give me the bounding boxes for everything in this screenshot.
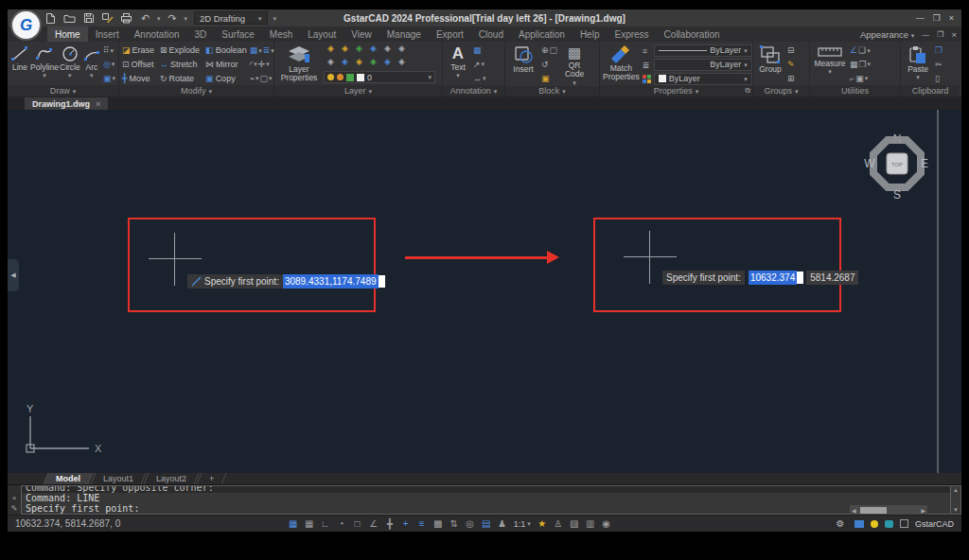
tab-layout2[interactable]: Layout2 — [144, 473, 200, 484]
3d-object-snap-toggle[interactable]: ╋ — [382, 516, 397, 532]
dynamic-input-value-left[interactable]: 3089.4331,1174.7489 — [283, 274, 379, 289]
align-icon[interactable]: ≣ — [263, 45, 271, 55]
explode-button[interactable]: ⊠Explode — [160, 45, 200, 55]
workspace-selector[interactable]: 2D Drafting ▾ — [194, 11, 268, 25]
print-button[interactable] — [119, 11, 133, 25]
move-button[interactable]: ╋Move — [122, 74, 154, 83]
linetype-dropdown[interactable]: ByLayer ▾ — [654, 44, 752, 57]
auto-annotation-scale-toggle[interactable]: ★ — [535, 516, 550, 532]
line-button[interactable]: Line — [10, 44, 29, 85]
ribbon-tab-surface[interactable]: Surface — [214, 26, 261, 42]
restore-button[interactable]: ❐ — [933, 13, 941, 23]
donut-icon[interactable]: ◎ — [103, 60, 111, 69]
selection-cycling-toggle[interactable]: ⇅ — [447, 516, 462, 532]
point-style-icon[interactable]: ⠿ — [103, 45, 110, 55]
ribbon-tab-layout[interactable]: Layout — [300, 26, 344, 42]
mirror-button[interactable]: ⋈Mirror — [205, 60, 247, 69]
quick-properties-toggle[interactable]: ▥ — [583, 516, 598, 532]
circle-dropdown[interactable]: ▾ — [68, 72, 72, 79]
group-select-icon[interactable]: ⊞ — [787, 74, 795, 83]
paste-button[interactable]: Paste ▾ — [904, 44, 932, 85]
workspace-sheets-toggle[interactable]: ▤ — [479, 516, 494, 532]
snap-mode-toggle[interactable]: ▦ — [286, 516, 301, 532]
new-file-button[interactable] — [44, 11, 58, 25]
ribbon-tab-mesh[interactable]: Mesh — [262, 26, 300, 42]
panel-label-clipboard[interactable]: Clipboard — [901, 85, 960, 96]
layer-match-icon[interactable]: ◈ — [395, 44, 409, 57]
command-pencil-icon[interactable]: ✎ — [11, 504, 18, 513]
lineweight-dropdown[interactable]: ByLayer ▾ — [654, 59, 752, 71]
workspace-switch-icon[interactable] — [854, 520, 864, 528]
layer-merge-icon[interactable]: ◈ — [366, 57, 380, 70]
dimension-icon[interactable]: ↔ — [473, 74, 482, 83]
undo-dropdown[interactable]: ▾ — [157, 15, 161, 22]
chevron-down-icon[interactable]: ▾ — [868, 61, 872, 67]
chevron-down-icon[interactable]: ▾ — [269, 75, 273, 81]
chevron-down-icon[interactable]: ▾ — [111, 47, 115, 54]
scrollbar-thumb[interactable] — [860, 507, 887, 514]
clean-screen-toggle[interactable]: ◉ — [599, 516, 614, 532]
panel-label-utilities[interactable]: Utilities — [810, 85, 900, 96]
block-edit-icon[interactable]: ⊕ — [541, 45, 549, 55]
panel-label-draw[interactable]: Draw▾ — [8, 85, 118, 96]
copy-button[interactable]: ▣Copy — [205, 74, 247, 83]
region-icon[interactable]: ▣ — [103, 74, 112, 83]
layer-make-current-icon[interactable]: ◈ — [380, 44, 395, 57]
chevron-down-icon[interactable]: ▾ — [112, 61, 115, 67]
zoom-toggle[interactable]: ◎ — [463, 516, 478, 532]
ribbon-tab-collaboration[interactable]: Collaboration — [657, 26, 728, 42]
ungroup-icon[interactable]: ⊟ — [787, 45, 795, 55]
ribbon-tab-annotation[interactable]: Annotation — [127, 26, 187, 42]
layer-dropdown[interactable]: 0 ▾ — [324, 71, 435, 83]
document-tab-close-icon[interactable]: × — [96, 99, 100, 109]
ribbon-tab-cloud[interactable]: Cloud — [471, 26, 511, 42]
grid-display-toggle[interactable]: ▦ — [302, 516, 317, 532]
arc-dropdown[interactable]: ▾ — [90, 72, 94, 79]
leader-icon[interactable]: ↗ — [473, 60, 481, 69]
break-icon[interactable]: ⌁ — [250, 74, 255, 83]
ribbon-tab-help[interactable]: Help — [573, 26, 608, 42]
layer-freeze-icon[interactable]: ◈ — [338, 44, 352, 57]
color-palette-icon[interactable] — [643, 75, 651, 83]
chevron-down-icon[interactable]: ▾ — [482, 61, 485, 67]
id-point-icon[interactable]: ❏ — [858, 45, 866, 55]
offset-button[interactable]: ⊡Offset — [122, 60, 154, 69]
ribbon-tab-3d[interactable]: 3D — [187, 26, 215, 42]
ribbon-tab-application[interactable]: Application — [511, 26, 573, 42]
view-cube[interactable]: N TOP E S W — [864, 131, 930, 206]
doc-minimize-button[interactable]: — — [922, 30, 929, 39]
lineweight-list-icon[interactable]: ≡ — [643, 46, 651, 56]
text-dropdown[interactable]: ▾ — [456, 72, 460, 79]
scroll-right-icon[interactable]: ▶ — [921, 507, 925, 514]
document-tab[interactable]: Drawing1.dwg × — [25, 97, 108, 110]
settings-gear-icon[interactable]: ⚙ — [833, 516, 848, 532]
lineweight-toggle[interactable]: ≡ — [414, 516, 430, 532]
undo-button[interactable]: ↶ — [138, 11, 152, 25]
quick-calc-icon[interactable]: ▦ — [850, 60, 858, 69]
annotation-scale-dropdown[interactable]: 1:1 ▾ — [511, 519, 534, 529]
minimize-button[interactable]: — — [916, 13, 925, 23]
polyline-button[interactable]: Polyline ▾ — [32, 44, 57, 85]
table-icon[interactable]: ▦ — [473, 45, 482, 55]
point-id-icon[interactable]: ⌐ — [850, 74, 854, 83]
command-close-icon[interactable]: × — [12, 494, 17, 502]
copy-clip-icon[interactable]: ❐ — [935, 45, 943, 55]
save-button[interactable] — [81, 11, 96, 25]
open-file-button[interactable] — [62, 11, 77, 25]
ribbon-tab-manage[interactable]: Manage — [379, 26, 429, 42]
toolbar-customize-button[interactable]: ▾ — [273, 15, 277, 22]
light-bulb-icon[interactable] — [871, 520, 878, 528]
polar-tracking-toggle[interactable]: ◔ — [334, 516, 349, 532]
layer-unisolate-icon[interactable]: ◈ — [352, 57, 366, 70]
ribbon-tab-view[interactable]: View — [344, 26, 379, 42]
stretch-button[interactable]: ↔Stretch — [160, 60, 200, 69]
app-logo-button[interactable]: G — [12, 11, 40, 39]
layer-properties-button[interactable]: Layer Properties — [277, 44, 321, 85]
block-attrib-icon[interactable]: ▣ — [541, 74, 550, 83]
ribbon-tab-home[interactable]: Home — [47, 26, 88, 42]
boolean-button[interactable]: ◧Boolean — [205, 45, 247, 55]
chevron-down-icon[interactable]: ▾ — [258, 47, 262, 54]
match-properties-button[interactable]: Match Properties — [603, 44, 640, 85]
panel-label-annotation[interactable]: Annotation▾ — [443, 85, 504, 96]
distance-icon[interactable]: ❐ — [859, 60, 867, 69]
